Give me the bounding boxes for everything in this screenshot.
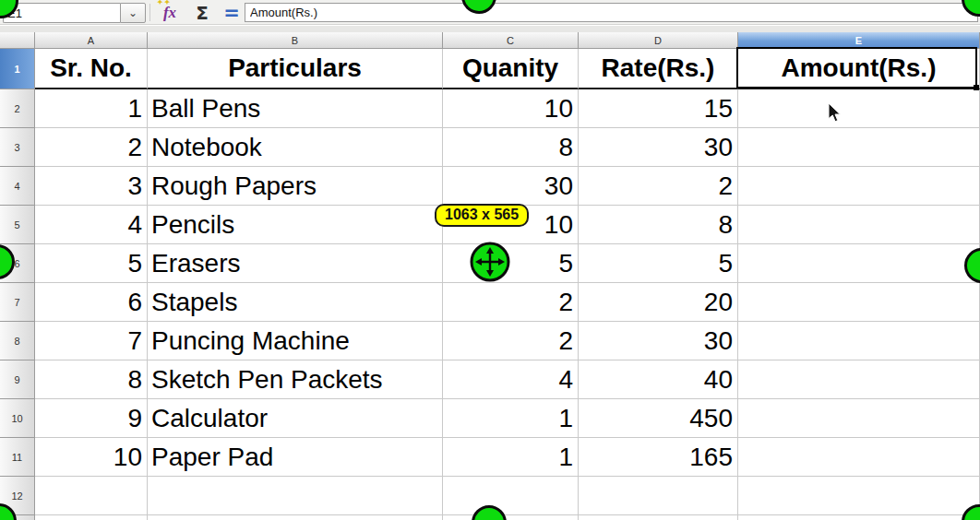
spreadsheet-window: ⌄ ✦✦ fx Σ = A B C D E 1 Sr. No. Particu bbox=[0, 0, 980, 520]
cell-d2[interactable]: 15 bbox=[579, 89, 738, 128]
cell-b4[interactable]: Rough Papers bbox=[148, 167, 443, 206]
cell-d10[interactable]: 450 bbox=[579, 399, 738, 438]
cell-a6[interactable]: 5 bbox=[35, 244, 148, 283]
cell-e13[interactable] bbox=[738, 515, 980, 520]
cell-a3[interactable]: 2 bbox=[35, 128, 148, 167]
column-header-d[interactable]: D bbox=[579, 32, 738, 49]
recorder-move-handle[interactable] bbox=[471, 242, 510, 282]
cell-c10[interactable]: 1 bbox=[443, 399, 579, 438]
cell-d5[interactable]: 8 bbox=[579, 206, 738, 244]
cell-a13[interactable] bbox=[35, 515, 148, 520]
cell-e7[interactable] bbox=[738, 283, 980, 322]
sigma-icon: Σ bbox=[196, 2, 209, 24]
cell-c3[interactable]: 8 bbox=[443, 128, 579, 167]
cell-b9[interactable]: Sketch Pen Packets bbox=[148, 360, 443, 399]
cell-b1[interactable]: Particulars bbox=[148, 49, 443, 89]
cell-d7[interactable]: 20 bbox=[579, 283, 738, 322]
cell-a8[interactable]: 7 bbox=[35, 322, 148, 360]
cell-a10[interactable]: 9 bbox=[35, 399, 148, 438]
cell-c9[interactable]: 4 bbox=[443, 360, 579, 399]
row-header-10[interactable]: 10 bbox=[0, 399, 35, 438]
cell-selection-border[interactable] bbox=[736, 47, 977, 89]
cell-c8[interactable]: 2 bbox=[443, 322, 579, 360]
cell-c6[interactable]: 5 bbox=[443, 244, 579, 283]
cell-d12[interactable] bbox=[579, 477, 738, 515]
row-header-7[interactable]: 7 bbox=[0, 283, 35, 322]
cell-b5[interactable]: Pencils bbox=[148, 206, 443, 244]
row-header-9[interactable]: 9 bbox=[0, 360, 35, 399]
column-header-a[interactable]: A bbox=[35, 32, 148, 49]
select-all-corner[interactable] bbox=[0, 32, 35, 49]
cell-d9[interactable]: 40 bbox=[579, 360, 738, 399]
cell-d4[interactable]: 2 bbox=[579, 167, 738, 206]
cell-a11[interactable]: 10 bbox=[35, 438, 148, 477]
row-header-2[interactable]: 2 bbox=[0, 89, 35, 128]
cell-d1[interactable]: Rate(Rs.) bbox=[579, 49, 738, 89]
row-header-11[interactable]: 11 bbox=[0, 438, 35, 477]
cell-c2[interactable]: 10 bbox=[443, 89, 579, 128]
cell-d13[interactable] bbox=[579, 515, 738, 520]
cell-b12[interactable] bbox=[148, 477, 443, 515]
cell-e10[interactable] bbox=[738, 399, 980, 438]
cell-a5[interactable]: 4 bbox=[35, 206, 148, 244]
sheet-row: 9 8 Sketch Pen Packets 4 40 bbox=[0, 360, 980, 399]
toolbar-divider bbox=[149, 4, 150, 21]
move-arrows-icon bbox=[475, 247, 506, 278]
cell-e3[interactable] bbox=[738, 128, 980, 167]
sheet-row: 8 7 Puncing Machine 2 30 bbox=[0, 322, 980, 360]
toolbar-gap bbox=[0, 26, 980, 32]
row-header-1[interactable]: 1 bbox=[0, 49, 35, 89]
row-header-3[interactable]: 3 bbox=[0, 128, 35, 167]
sheet-row: 11 10 Paper Pad 1 165 bbox=[0, 438, 980, 477]
name-box-dropdown[interactable]: ⌄ bbox=[120, 3, 146, 23]
column-header-b[interactable]: B bbox=[148, 32, 443, 49]
cell-b11[interactable]: Paper Pad bbox=[148, 438, 443, 477]
cell-b7[interactable]: Stapels bbox=[148, 283, 443, 322]
cell-a1[interactable]: Sr. No. bbox=[35, 49, 148, 89]
sheet-row: 2 1 Ball Pens 10 15 bbox=[0, 89, 980, 128]
equals-icon: = bbox=[223, 2, 240, 24]
cell-b2[interactable]: Ball Pens bbox=[148, 89, 443, 128]
cell-c1[interactable]: Quanity bbox=[443, 49, 579, 89]
cell-a12[interactable] bbox=[35, 477, 148, 515]
cell-e11[interactable] bbox=[738, 438, 980, 477]
name-box-input[interactable] bbox=[3, 3, 120, 23]
cell-e4[interactable] bbox=[738, 167, 980, 206]
cell-e6[interactable] bbox=[738, 244, 980, 283]
cell-a4[interactable]: 3 bbox=[35, 167, 148, 206]
formula-equals-button[interactable]: = bbox=[219, 1, 245, 24]
cell-d3[interactable]: 30 bbox=[579, 128, 738, 167]
function-wizard-button[interactable]: ✦✦ fx bbox=[154, 1, 185, 24]
cell-d6[interactable]: 5 bbox=[579, 244, 738, 283]
cell-b8[interactable]: Puncing Machine bbox=[148, 322, 443, 360]
cell-e9[interactable] bbox=[738, 360, 980, 399]
cell-c4[interactable]: 30 bbox=[443, 167, 579, 206]
cell-d11[interactable]: 165 bbox=[579, 438, 738, 477]
sheet-row: 3 2 Notebook 8 30 bbox=[0, 128, 980, 167]
formula-input[interactable] bbox=[245, 3, 978, 22]
cell-e12[interactable] bbox=[738, 477, 980, 515]
cell-e5[interactable] bbox=[738, 206, 980, 244]
cell-b10[interactable]: Calculator bbox=[148, 399, 443, 438]
cell-a9[interactable]: 8 bbox=[35, 360, 148, 399]
cell-a7[interactable]: 6 bbox=[35, 283, 148, 322]
row-header-5[interactable]: 5 bbox=[0, 206, 35, 244]
name-box: ⌄ bbox=[3, 3, 146, 23]
cell-b6[interactable]: Erasers bbox=[148, 244, 443, 283]
cell-a2[interactable]: 1 bbox=[35, 89, 148, 128]
sum-button[interactable]: Σ bbox=[187, 1, 217, 24]
cell-c7[interactable]: 2 bbox=[443, 283, 579, 322]
cell-d8[interactable]: 30 bbox=[579, 322, 738, 360]
cell-c11[interactable]: 1 bbox=[443, 438, 579, 477]
row-header-8[interactable]: 8 bbox=[0, 322, 35, 360]
cell-c13[interactable] bbox=[443, 515, 579, 520]
cell-e2[interactable] bbox=[738, 89, 980, 128]
column-header-c[interactable]: C bbox=[443, 32, 579, 49]
cell-c12[interactable] bbox=[443, 477, 579, 515]
row-header-4[interactable]: 4 bbox=[0, 167, 35, 206]
recorder-size-tooltip: 1063 x 565 bbox=[435, 204, 529, 227]
sheet-row: 10 9 Calculator 1 450 bbox=[0, 399, 980, 438]
cell-e8[interactable] bbox=[738, 322, 980, 360]
cell-b13[interactable] bbox=[148, 515, 443, 520]
cell-b3[interactable]: Notebook bbox=[148, 128, 443, 167]
